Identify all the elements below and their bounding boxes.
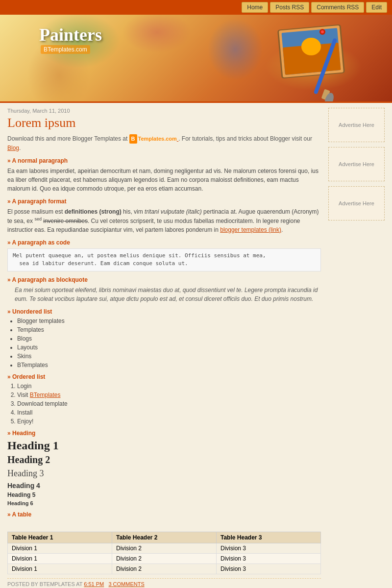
para-format-text: El posse malisum est definitiones (stron… [7,207,321,234]
site-subtitle: BTemplates.com [41,45,90,54]
table-cell: Division 1 [8,543,112,553]
blog-link[interactable]: Blog [7,145,19,151]
table-cell: Division 1 [8,564,112,574]
page-body: Thursday, March 11, 2010 Lorem ipsum Dow… [0,103,392,588]
ordered-list-heading: Ordered list [7,373,321,380]
heading-2: Heading 2 [7,454,321,466]
para-code-heading: A paragraph as code [7,239,321,246]
blogger-templates-link[interactable]: blogger templates (link) [220,226,281,233]
ordered-list: Login Visit BTemplates Download template… [7,383,321,425]
list-item: Login [17,383,321,390]
heading-5: Heading 5 [7,491,321,498]
sidebar-ad-2: Advertise Here [328,147,385,181]
para-code-text: Mel putent quaeque an, ut postea melius … [7,248,321,271]
post-intro: Download this and more Blogger Templates… [7,134,321,152]
heading-6: Heading 6 [7,500,321,506]
table-header: Table Header 1 [8,532,112,543]
strike-text: invenire omnibes [43,218,88,224]
svg-point-6 [321,30,324,33]
unordered-list-heading: Unordered list [7,308,321,315]
site-header: Painters BTemplates.com [0,15,392,103]
svg-point-4 [301,38,321,55]
posted-by: POSTED BY BTEMPLATES AT [7,581,84,587]
table-row: Division 1 Division 2 Division 3 [8,553,321,564]
post-date: Thursday, March 11, 2010 [7,108,321,114]
sidebar-ad-3: Advertise Here [328,186,385,220]
table-cell: Division 1 [8,553,112,564]
nav-edit-button[interactable]: Edit [366,2,387,13]
nav-comments-rss-button[interactable]: Comments RSS [311,2,364,13]
sidebar-ad-1: Advertise Here [328,108,385,142]
list-item: Templates [17,326,321,333]
list-item: Visit BTemplates [17,392,321,398]
post-1: Thursday, March 11, 2010 Lorem ipsum Dow… [7,108,321,588]
list-item: Blogger templates [17,318,321,324]
table-header: Table Header 2 [112,532,217,543]
btemplates-ordered-link[interactable]: BTemplates [30,392,61,398]
list-item: Enjoy! [17,418,321,425]
bold-text: definitiones (strong) [65,208,122,215]
header-illustration [250,17,363,103]
heading-1: Heading 1 [7,439,321,452]
list-item: BTemplates [17,362,321,368]
list-item: Install [17,409,321,416]
italic-text: tritani vulputate (italic) [145,208,202,215]
table-cell: Division 3 [217,553,321,564]
table-cell: Division 2 [112,553,217,564]
table-header: Table Header 3 [217,532,321,543]
unordered-list: Blogger templates Templates Blogs Layout… [7,318,321,368]
site-title: Painters [39,24,102,45]
heading-3: Heading 3 [7,468,321,479]
post-time[interactable]: 6:51 PM [84,581,104,587]
para-blockquote-heading: A paragraph as blockquote [7,276,321,283]
nav-posts-rss-button[interactable]: Posts RSS [270,2,309,13]
btemplates-link[interactable]: B Templates.com [129,135,179,142]
normal-para-heading: A normal paragraph [7,157,321,164]
list-item: Layouts [17,344,321,351]
table-row: Division 1 Division 2 Division 3 [8,543,321,553]
post-footer: POSTED BY BTEMPLATES AT 6:51 PM 3 COMMEN… [7,578,321,588]
heading-4: Heading 4 [7,482,321,490]
normal-para-text: Ea eam labores imperdiet, apeirian democ… [7,167,321,193]
table-cell: Division 3 [217,564,321,574]
btemplates-logo-icon: B [129,134,137,144]
table-cell: Division 2 [112,543,217,553]
post-table: Table Header 1 Table Header 2 Table Head… [7,532,321,574]
post-comments[interactable]: 3 COMMENTS [108,581,144,587]
right-sidebar: Advertise Here Advertise Here Advertise … [328,108,385,588]
post-title: Lorem ipsum [7,116,321,130]
para-blockquote-text: Ea mei solum oporteat eleifend, libris n… [7,286,321,303]
table-cell: Division 2 [112,564,217,574]
list-item: Blogs [17,335,321,342]
headings-section-heading: Heading [7,430,321,437]
nav-home-button[interactable]: Home [242,2,268,13]
para-format-heading: A paragraph format [7,198,321,205]
table-row: Division 1 Division 2 Division 3 [8,564,321,574]
table-section-heading: A table [7,511,321,518]
left-content: Thursday, March 11, 2010 Lorem ipsum Dow… [7,108,321,588]
sup-text: sed [34,217,42,221]
list-item: Skins [17,353,321,360]
top-navigation: Home Posts RSS Comments RSS Edit [0,0,392,15]
list-item: Download template [17,400,321,407]
table-cell: Division 3 [217,543,321,553]
